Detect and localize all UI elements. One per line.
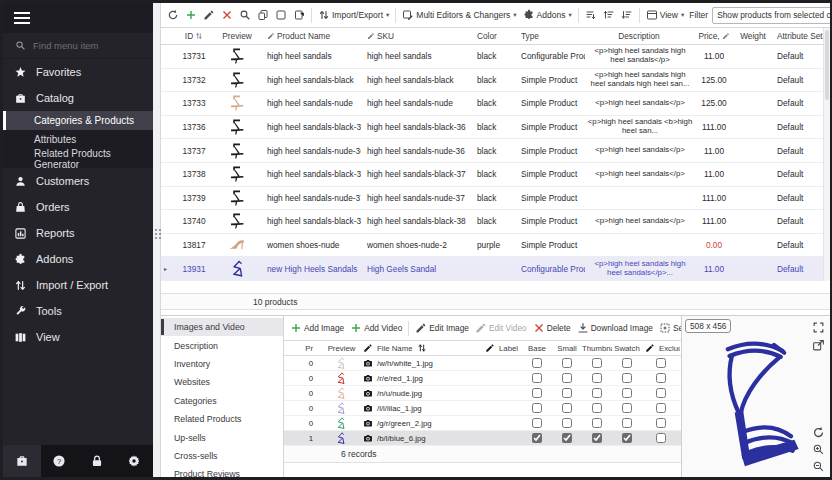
menu-search-input[interactable] bbox=[33, 40, 133, 51]
sidebar-item-catalog[interactable]: Catalog bbox=[3, 85, 153, 111]
exclude-checkbox[interactable] bbox=[656, 403, 666, 413]
small-checkbox[interactable] bbox=[562, 418, 572, 428]
delete-image-button[interactable]: Delete bbox=[530, 320, 574, 336]
table-row[interactable]: 13738 high heel sandals-black-37 high he… bbox=[161, 163, 823, 187]
swatch-checkbox[interactable] bbox=[622, 373, 632, 383]
panel-splitter[interactable] bbox=[153, 3, 161, 477]
base-checkbox[interactable] bbox=[532, 418, 542, 428]
sidebar-item-reports[interactable]: Reports bbox=[3, 220, 153, 246]
edit-image-button[interactable]: Edit Image bbox=[412, 320, 472, 336]
base-checkbox[interactable] bbox=[532, 403, 542, 413]
detail-tab[interactable]: Related Products bbox=[161, 410, 283, 428]
exclude-checkbox[interactable] bbox=[656, 388, 666, 398]
footer-lock-button[interactable] bbox=[78, 445, 116, 477]
zoom-out-icon[interactable] bbox=[812, 460, 825, 473]
paste-button[interactable] bbox=[290, 7, 308, 23]
open-external-icon[interactable] bbox=[812, 339, 825, 352]
sidebar-item-favorites[interactable]: Favorites bbox=[3, 59, 153, 85]
swatch-checkbox[interactable] bbox=[622, 358, 632, 368]
sidebar-item-categories-products[interactable]: Categories & Products bbox=[3, 111, 153, 130]
products-scrollbar[interactable] bbox=[823, 28, 830, 281]
detail-tab[interactable]: Categories bbox=[161, 392, 283, 410]
column-header-id[interactable]: ID bbox=[175, 31, 213, 41]
column-header-thumbnail[interactable]: Thumbna bbox=[582, 344, 612, 353]
column-header-small[interactable]: Small bbox=[552, 344, 582, 353]
download-image-button[interactable]: Download Image bbox=[574, 320, 656, 336]
sidebar-item-related-products-generator[interactable]: Related Products Generator bbox=[3, 149, 153, 168]
exclude-checkbox[interactable] bbox=[656, 433, 666, 443]
filter-select[interactable]: Show products from selected categories ▾ bbox=[712, 7, 830, 24]
detail-tab[interactable]: Description bbox=[161, 336, 283, 354]
column-header-product-name[interactable]: Product Name bbox=[261, 31, 361, 41]
table-row[interactable]: 0 /l/i/lilac_1.jpg bbox=[284, 401, 681, 416]
footer-settings-button[interactable] bbox=[116, 445, 154, 477]
column-header-label[interactable]: Label bbox=[482, 343, 522, 353]
sidebar-item-import-export[interactable]: Import / Export bbox=[3, 272, 153, 298]
table-row[interactable]: 13740 high heel sandals-black-38 high he… bbox=[161, 210, 823, 234]
column-header-base[interactable]: Base bbox=[522, 344, 552, 353]
checkbox-mode-button[interactable] bbox=[272, 7, 290, 23]
table-row[interactable]: 0 /n/u/nude.jpg bbox=[284, 386, 681, 401]
swatch-checkbox[interactable] bbox=[622, 403, 632, 413]
column-header-type[interactable]: Type bbox=[515, 31, 585, 41]
footer-toolbox-button[interactable] bbox=[3, 445, 41, 477]
detail-tab[interactable]: Websites bbox=[161, 373, 283, 391]
column-header-attribute-set[interactable]: Attribute Set Name bbox=[771, 31, 823, 41]
table-row[interactable]: 13731 high heel sandals high heel sandal… bbox=[161, 45, 823, 69]
table-row[interactable]: 13817 women shoes-nude women shoes-nude-… bbox=[161, 234, 823, 258]
table-row[interactable]: 13739 high heel sandals-nude-37 high hee… bbox=[161, 187, 823, 211]
detail-tab[interactable]: Product Reviews bbox=[161, 465, 283, 480]
column-header-file-name[interactable]: File Name bbox=[360, 343, 482, 353]
swatch-checkbox[interactable] bbox=[622, 433, 632, 443]
sidebar-item-attributes[interactable]: Attributes bbox=[3, 130, 153, 149]
fullscreen-icon[interactable] bbox=[812, 321, 825, 334]
table-row[interactable]: 0 /r/e/red_1.jpg bbox=[284, 371, 681, 386]
refresh-button[interactable] bbox=[164, 7, 182, 23]
table-row[interactable]: 13732 high heel sandals-black high heel … bbox=[161, 69, 823, 93]
add-video-button[interactable]: Add Video bbox=[347, 320, 405, 336]
column-header-sku[interactable]: SKU bbox=[361, 31, 471, 41]
sidebar-item-addons[interactable]: Addons bbox=[3, 246, 153, 272]
column-header-color[interactable]: Color bbox=[471, 31, 515, 41]
delete-product-button[interactable] bbox=[218, 7, 236, 23]
rotate-icon[interactable] bbox=[812, 426, 825, 439]
zoom-in-icon[interactable] bbox=[812, 443, 825, 456]
base-checkbox[interactable] bbox=[532, 358, 542, 368]
multi-editors-dropdown[interactable]: Multi Editors & Changers▾ bbox=[399, 7, 519, 23]
sidebar-item-view[interactable]: View bbox=[3, 324, 153, 350]
swatch-checkbox[interactable] bbox=[622, 388, 632, 398]
addons-dropdown[interactable]: Addons▾ bbox=[520, 7, 575, 23]
row-expand-marker[interactable]: ▸ bbox=[161, 265, 175, 272]
column-header-exclude[interactable]: Exclude bbox=[642, 343, 680, 353]
sort-descending-button[interactable] bbox=[618, 7, 636, 23]
column-header-price[interactable]: Price, bbox=[693, 31, 735, 41]
table-row[interactable]: 0 /w/h/white_1.jpg bbox=[284, 356, 681, 371]
table-row[interactable]: 1 /b/l/blue_6.jpg bbox=[284, 431, 681, 446]
column-header-description[interactable]: Description bbox=[585, 31, 693, 41]
table-row[interactable]: 13737 high heel sandals-nude-36 high hee… bbox=[161, 139, 823, 163]
search-button[interactable] bbox=[236, 7, 254, 23]
detail-tab[interactable]: Cross-sells bbox=[161, 447, 283, 465]
column-header-weight[interactable]: Weight bbox=[735, 31, 771, 41]
thumbnail-checkbox[interactable] bbox=[592, 418, 602, 428]
edit-video-button[interactable]: Edit Video bbox=[472, 320, 530, 336]
thumbnail-checkbox[interactable] bbox=[592, 388, 602, 398]
column-header-preview[interactable]: Preview bbox=[320, 344, 360, 353]
base-checkbox[interactable] bbox=[532, 388, 542, 398]
detail-tab[interactable]: Up-sells bbox=[161, 428, 283, 446]
table-row[interactable]: ▸ 13931 new High Heels Sandals High Geel… bbox=[161, 257, 823, 281]
thumbnail-checkbox[interactable] bbox=[592, 403, 602, 413]
swatch-checkbox[interactable] bbox=[622, 418, 632, 428]
add-image-button[interactable]: Add Image bbox=[287, 320, 347, 336]
small-checkbox[interactable] bbox=[562, 388, 572, 398]
edit-product-button[interactable] bbox=[200, 7, 218, 23]
detail-tab[interactable]: Inventory bbox=[161, 355, 283, 373]
import-export-dropdown[interactable]: Import/Export▾ bbox=[315, 7, 392, 23]
thumbnail-checkbox[interactable] bbox=[592, 373, 602, 383]
table-row[interactable]: 13736 high heel sandals-black-36 high he… bbox=[161, 116, 823, 140]
small-checkbox[interactable] bbox=[562, 403, 572, 413]
thumbnail-checkbox[interactable] bbox=[592, 358, 602, 368]
exclude-checkbox[interactable] bbox=[656, 418, 666, 428]
column-header-swatch[interactable]: Swatch bbox=[612, 344, 642, 353]
thumbnail-checkbox[interactable] bbox=[592, 433, 602, 443]
